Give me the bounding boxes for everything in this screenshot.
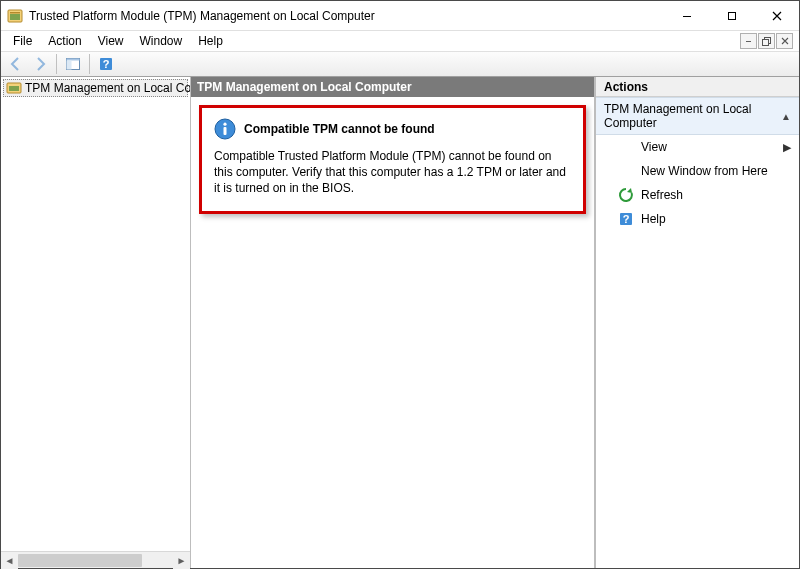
alert-title: Compatible TPM cannot be found <box>244 122 435 136</box>
content-body: Compatible TPM cannot be found Compatibl… <box>191 97 594 568</box>
svg-text:?: ? <box>103 58 110 70</box>
action-view[interactable]: View ▶ <box>596 135 799 159</box>
collapse-icon: ▲ <box>781 111 791 122</box>
menu-window[interactable]: Window <box>132 32 191 50</box>
action-refresh[interactable]: Refresh <box>596 183 799 207</box>
toolbar-separator <box>56 54 57 74</box>
app-icon <box>7 8 23 24</box>
scroll-thumb[interactable] <box>18 554 142 567</box>
blank-icon <box>618 163 634 179</box>
blank-icon <box>618 139 634 155</box>
menu-view[interactable]: View <box>90 32 132 50</box>
svg-rect-2 <box>10 12 20 14</box>
info-icon <box>214 118 236 140</box>
minimize-button[interactable] <box>664 1 709 30</box>
svg-rect-16 <box>224 127 227 135</box>
menu-action[interactable]: Action <box>40 32 89 50</box>
help-button[interactable]: ? <box>95 53 117 75</box>
titlebar: Trusted Platform Module (TPM) Management… <box>1 1 799 31</box>
svg-point-15 <box>223 123 226 126</box>
scroll-right-button[interactable]: ► <box>173 552 190 569</box>
mdi-controls: – <box>740 33 795 49</box>
alert-body: Compatible Trusted Platform Module (TPM)… <box>214 148 571 197</box>
window-controls <box>664 1 799 30</box>
toolbar-separator <box>89 54 90 74</box>
mdi-restore-button[interactable] <box>758 33 775 49</box>
actions-group-header[interactable]: TPM Management on Local Computer ▲ <box>596 97 799 135</box>
action-label: New Window from Here <box>641 164 768 178</box>
show-hide-tree-button[interactable] <box>62 53 84 75</box>
maximize-button[interactable] <box>709 1 754 30</box>
actions-pane: Actions TPM Management on Local Computer… <box>595 77 799 568</box>
scroll-left-button[interactable]: ◄ <box>1 552 18 569</box>
svg-rect-13 <box>9 86 19 91</box>
tree-item-tpm-root[interactable]: TPM Management on Local Comp <box>3 79 188 97</box>
action-label: Help <box>641 212 666 226</box>
content-pane: TPM Management on Local Computer Compati… <box>191 77 595 568</box>
tpm-icon <box>6 80 22 96</box>
chevron-right-icon: ▶ <box>783 141 791 154</box>
action-help[interactable]: ? Help <box>596 207 799 231</box>
action-label: View <box>641 140 667 154</box>
menu-help[interactable]: Help <box>190 32 231 50</box>
main-area: TPM Management on Local Comp ◄ ► TPM Man… <box>1 77 799 568</box>
close-button[interactable] <box>754 1 799 30</box>
tpm-not-found-alert: Compatible TPM cannot be found Compatibl… <box>199 105 586 214</box>
svg-text:?: ? <box>623 213 630 225</box>
window: Trusted Platform Module (TPM) Management… <box>0 0 800 569</box>
menu-file[interactable]: File <box>5 32 40 50</box>
svg-rect-6 <box>763 39 769 45</box>
back-button[interactable] <box>5 53 27 75</box>
alert-header: Compatible TPM cannot be found <box>214 118 571 140</box>
toolbar: ? <box>1 51 799 77</box>
mdi-minimize-button[interactable]: – <box>740 33 757 49</box>
refresh-icon <box>618 187 634 203</box>
action-label: Refresh <box>641 188 683 202</box>
scroll-track[interactable] <box>18 552 173 568</box>
svg-rect-3 <box>683 16 691 17</box>
actions-header: Actions <box>596 77 799 97</box>
svg-rect-9 <box>67 61 72 70</box>
help-icon: ? <box>618 211 634 227</box>
menubar: File Action View Window Help – <box>1 31 799 51</box>
mdi-close-button[interactable] <box>776 33 793 49</box>
tree-item-label: TPM Management on Local Comp <box>25 81 190 95</box>
tree[interactable]: TPM Management on Local Comp <box>1 77 190 551</box>
horizontal-scrollbar[interactable]: ◄ ► <box>1 551 190 568</box>
svg-rect-8 <box>67 59 80 61</box>
content-header: TPM Management on Local Computer <box>191 77 594 97</box>
actions-group-title: TPM Management on Local Computer <box>604 102 781 130</box>
svg-rect-1 <box>10 14 20 20</box>
action-new-window[interactable]: New Window from Here <box>596 159 799 183</box>
window-title: Trusted Platform Module (TPM) Management… <box>29 9 375 23</box>
forward-button[interactable] <box>29 53 51 75</box>
svg-rect-4 <box>728 12 735 19</box>
tree-pane: TPM Management on Local Comp ◄ ► <box>1 77 191 568</box>
